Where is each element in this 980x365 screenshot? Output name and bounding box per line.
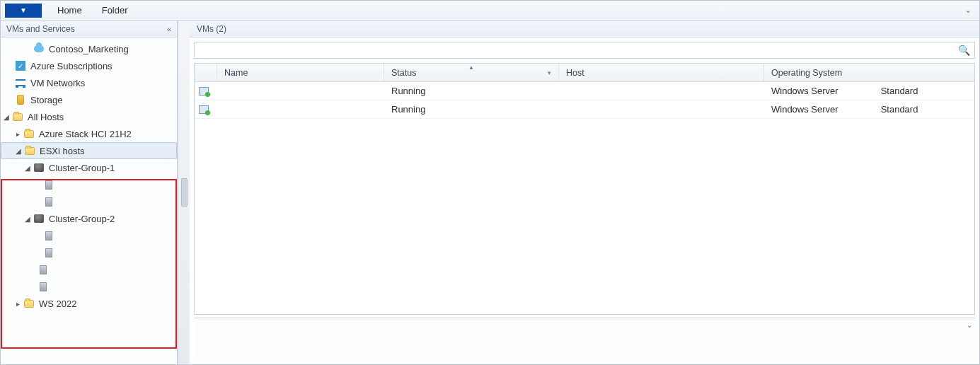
azure-check-icon: ✓ [15, 60, 26, 71]
tree-item-host[interactable] [1, 227, 177, 244]
column-header-host[interactable]: Host [559, 64, 764, 81]
column-header-icon[interactable] [195, 64, 217, 81]
tree-item-host[interactable] [1, 176, 177, 193]
ribbon-tab-home[interactable]: Home [47, 1, 92, 21]
tree-label: ESXi hosts [40, 146, 85, 156]
content-pane: VMs (2) 🔍 Name Status ▲ ▾ Host Operating… [190, 21, 979, 364]
ribbon: ▼ Home Folder ⌄ [1, 1, 979, 21]
host-icon [43, 247, 54, 258]
folder-icon [23, 128, 35, 139]
tree-label: Cluster-Group-1 [49, 163, 115, 173]
nav-tree: ▸ Contoso_Marketing ▸ ✓ Azure Subscripti… [1, 37, 177, 364]
folder-icon [23, 298, 35, 309]
cell-os: Windows Server Standard [764, 86, 974, 96]
tree-label: All Hosts [28, 112, 64, 122]
folder-icon [12, 111, 23, 122]
vm-grid: Name Status ▲ ▾ Host Operating System Ru… [194, 63, 975, 315]
expander-icon: ▸ [5, 96, 13, 104]
sidebar-header: VMs and Services « [1, 21, 177, 37]
tree-item-ws2022[interactable]: ▸ WS 2022 [1, 295, 177, 312]
grid-header: Name Status ▲ ▾ Host Operating System [195, 64, 974, 82]
search-box[interactable]: 🔍 [194, 42, 975, 59]
detail-collapse-button[interactable]: ⌄ [967, 321, 972, 329]
tree-item-azure-subscriptions[interactable]: ▸ ✓ Azure Subscriptions [1, 57, 177, 74]
table-row[interactable]: Running Windows Server Standard [195, 82, 974, 100]
vm-icon [199, 104, 209, 115]
expander-icon: ▸ [5, 62, 13, 70]
expander-icon[interactable]: ◢ [23, 164, 32, 172]
tree-label: VM Networks [30, 78, 85, 88]
tree-item-esxi-hosts[interactable]: ◢ ESXi hosts [1, 142, 177, 159]
storage-icon [15, 94, 26, 105]
ribbon-tab-folder[interactable]: Folder [92, 1, 138, 21]
search-input[interactable] [199, 45, 955, 57]
filter-dropdown-icon[interactable]: ▾ [548, 69, 551, 76]
host-icon [43, 196, 54, 207]
sort-asc-icon: ▲ [468, 64, 474, 71]
tree-item-azure-stack[interactable]: ▸ Azure Stack HCI 21H2 [1, 125, 177, 142]
tree-label: Contoso_Marketing [49, 44, 129, 54]
cell-status: Running [384, 86, 559, 96]
os-name: Windows Server [771, 104, 838, 115]
tree-label: WS 2022 [39, 299, 76, 309]
tree-item-all-hosts[interactable]: ◢ All Hosts [1, 108, 177, 125]
expander-icon: ▸ [23, 45, 32, 53]
column-header-name[interactable]: Name [217, 64, 384, 81]
cluster-icon [33, 162, 45, 173]
folder-icon [24, 145, 35, 156]
caret-down-icon: ▼ [20, 6, 27, 14]
column-label: Status [391, 68, 416, 78]
sidebar-collapse-button[interactable]: « [167, 25, 171, 33]
tree-item-cluster-group-2[interactable]: ◢ Cluster-Group-2 [1, 210, 177, 227]
host-icon [43, 230, 54, 241]
search-icon[interactable]: 🔍 [958, 45, 970, 56]
detail-pane: ⌄ [194, 318, 975, 360]
tree-item-vm-networks[interactable]: ▸ VM Networks [1, 74, 177, 91]
expander-icon[interactable]: ◢ [23, 215, 32, 223]
cell-status: Running [384, 104, 559, 115]
column-header-os[interactable]: Operating System [764, 64, 974, 81]
main-layout: VMs and Services « ▸ Contoso_Marketing ▸… [1, 21, 979, 364]
tree-item-contoso-marketing[interactable]: ▸ Contoso_Marketing [1, 40, 177, 57]
os-edition: Standard [881, 86, 918, 96]
grid-rows: Running Windows Server Standard Running [195, 82, 974, 314]
ribbon-collapse-button[interactable]: ⌄ [961, 6, 975, 14]
content-header: VMs (2) [190, 21, 979, 37]
cell-os: Windows Server Standard [764, 104, 974, 115]
tree-label: Azure Stack HCI 21H2 [39, 129, 132, 139]
network-icon [15, 77, 26, 88]
scroll-thumb[interactable] [181, 178, 188, 207]
tree-label: Storage [30, 95, 63, 105]
expander-icon[interactable]: ▸ [13, 130, 22, 138]
content-body: 🔍 Name Status ▲ ▾ Host Operating System [190, 37, 979, 364]
column-header-status[interactable]: Status ▲ ▾ [384, 64, 559, 81]
host-icon [38, 281, 49, 292]
tree-item-host[interactable] [1, 278, 177, 295]
sidebar-title: VMs and Services [6, 24, 75, 34]
file-menu-button[interactable]: ▼ [5, 4, 42, 18]
tree-item-host[interactable] [1, 193, 177, 210]
expander-icon[interactable]: ▸ [13, 300, 22, 308]
host-icon [38, 264, 49, 275]
tree-label: Cluster-Group-2 [49, 214, 115, 224]
expander-icon[interactable]: ◢ [14, 147, 23, 155]
table-row[interactable]: Running Windows Server Standard [195, 100, 974, 119]
tree-item-host[interactable] [1, 244, 177, 261]
vm-icon [199, 86, 209, 97]
tree-item-cluster-group-1[interactable]: ◢ Cluster-Group-1 [1, 159, 177, 176]
tree-item-host[interactable] [1, 261, 177, 278]
content-title: VMs (2) [197, 24, 226, 34]
cloud-icon [33, 43, 45, 54]
expander-icon[interactable]: ◢ [2, 113, 11, 121]
tree-item-storage[interactable]: ▸ Storage [1, 91, 177, 108]
os-edition: Standard [881, 104, 918, 115]
expander-icon: ▸ [5, 79, 13, 87]
sidebar: VMs and Services « ▸ Contoso_Marketing ▸… [1, 21, 178, 364]
sidebar-scrollbar[interactable] [178, 21, 190, 364]
host-icon [43, 179, 54, 190]
tree-label: Azure Subscriptions [30, 61, 113, 71]
os-name: Windows Server [771, 86, 838, 96]
cluster-icon [33, 213, 45, 224]
